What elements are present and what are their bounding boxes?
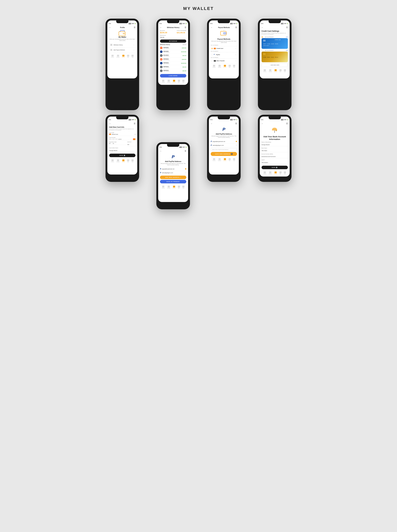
page-title: MY WALLET [3, 6, 394, 11]
swift-input[interactable]: TBC33GEO [261, 162, 268, 163]
set-primary-label-cc: SET AS PRIMARY [211, 45, 237, 46]
back-button[interactable]: ← [261, 26, 263, 29]
screen-header: ← Withdraw History ☰ [160, 26, 186, 29]
pp-icon: P [160, 50, 162, 53]
bank-account-title: Add Your Bank Account Information [261, 135, 288, 141]
add-new-card-button[interactable]: + ADD NEW CARD [261, 63, 288, 67]
new-email-input-row[interactable]: |Add a New PayPal Email Address [211, 148, 237, 151]
nav-sales[interactable]: Sales [131, 55, 134, 58]
primary-radio-blue[interactable] [261, 36, 263, 38]
save-bank-button[interactable]: SAVE 💾 [261, 166, 288, 169]
radio-wire[interactable] [211, 60, 213, 62]
history-item-2: P15/01/2020Order #888402 $3145.90 [160, 50, 186, 54]
dropdown-arrow[interactable]: ▾ [135, 133, 136, 135]
holder-input[interactable]: George Backer [109, 150, 118, 151]
arrow-pp: → [235, 54, 236, 55]
history-item-6: 🏦15/04/2018Order #888402 $94.90 [160, 65, 186, 69]
card-number-input[interactable]: **** **** **** 1024 [109, 139, 122, 140]
cvv-input[interactable]: 734 [127, 144, 129, 145]
view-all-link[interactable]: View All [182, 44, 186, 45]
wifi-icon: WiFi [132, 23, 134, 24]
nav-schedule[interactable]: Schedule [116, 55, 120, 58]
payout-method-wire[interactable]: Were Transfer → [211, 59, 237, 63]
menu-button[interactable]: ☰ [286, 26, 288, 29]
screen-header: ← ☰ [109, 122, 136, 125]
menu-button[interactable]: ☰ [134, 122, 136, 125]
iban-input[interactable]: 6000000001SDFSG45345 [261, 156, 276, 157]
bottom-nav: Products Schedule Account Notif. Sales [211, 157, 237, 162]
back-button[interactable]: ← [160, 150, 162, 152]
menu-button[interactable]: ☰ [235, 122, 237, 125]
active-dot-1[interactable] [236, 141, 237, 142]
back-button[interactable]: ← [109, 122, 111, 125]
bottom-nav: Products Schedule Account Notif. Sales [211, 64, 237, 68]
radio-pp[interactable] [211, 54, 213, 55]
load-more-button[interactable]: LOAD MORE [160, 74, 186, 78]
phone-notch [116, 20, 128, 23]
bank-name-label: Bank Name [261, 148, 288, 149]
menu-button[interactable]: ☰ [134, 26, 136, 29]
back-button[interactable]: ← [261, 122, 263, 125]
menu-button[interactable]: ☰ [185, 150, 186, 152]
bank-icon2: 🏦 [160, 66, 162, 68]
back-button[interactable]: ← [109, 26, 111, 29]
inactive-dot-2[interactable] [185, 172, 186, 173]
history-item-1: MC15/04/2020Order #888402 $345.90 [160, 46, 186, 50]
edit-link-blue[interactable]: Edit [286, 36, 288, 37]
save-new-address-button[interactable]: SAVE NEW ADDRESS ✕ [211, 152, 237, 156]
primary-radio-gold[interactable] [261, 50, 263, 51]
back-button[interactable]: ← [211, 122, 212, 125]
phone-add-paypal-2: 9:41 ▌▌▌ WiFi🔋 ← ☰ P Add PayPal Address … [201, 115, 247, 182]
bank-icon-area: $ [261, 126, 288, 135]
amount-input[interactable]: 234.30 [160, 36, 186, 39]
edit-link-gold[interactable]: Edit [286, 50, 288, 51]
save-as-primary-button[interactable]: SAVE AS PRIMARY [160, 180, 186, 183]
save-card-button[interactable]: SAVE 💾 [109, 154, 136, 157]
radio-cc[interactable] [211, 48, 213, 49]
payout-method-pp[interactable]: P PayPal → [211, 53, 237, 56]
x-icon: ✕ [231, 153, 233, 155]
nav-products[interactable]: Products [111, 55, 114, 58]
new-email-input[interactable]: |Add a New PayPal Email Address [212, 149, 236, 150]
bottom-nav: Products Schedule Account Notif. Sales [160, 79, 186, 83]
status-time: 9:41 [159, 23, 162, 24]
screen-header: ← ☰ [261, 26, 288, 29]
swift-label: SWIFT [261, 159, 288, 161]
bank-umbrella-icon: $ [270, 126, 279, 135]
bank-name-input[interactable]: TBC Bank [261, 150, 267, 151]
phone-bank-account: 9:41 ▌▌▌ WiFi🔋 ← ☰ $ [252, 115, 298, 182]
nav-notifications[interactable]: Notif. [127, 55, 129, 58]
back-button[interactable]: ← [211, 26, 212, 29]
set-primary-gold-label: SET AS PRIMARY [265, 50, 274, 51]
mc-card-icon2 [133, 138, 136, 140]
payout-method-cc[interactable]: Credit Card → [211, 47, 237, 50]
wallet-subtitle: Enter your new password and then click o… [109, 38, 136, 41]
card-number-label: Card Number [109, 137, 136, 138]
menu-button[interactable]: ☰ [235, 26, 237, 29]
withdraw-button[interactable]: WITHDRAW [160, 40, 186, 43]
holder-label: Card Holder Name [109, 147, 136, 148]
menu-button[interactable]: ☰ [286, 122, 288, 125]
menu-button[interactable]: ☰ [185, 26, 186, 29]
withdraw-history-menu-item[interactable]: Withdraw History → [109, 42, 136, 48]
beneficiary-input[interactable]: George Backer [261, 144, 270, 145]
add-new-address-button[interactable]: ADD NEW ADDRESS + [160, 175, 186, 179]
phone-withdraw-history: 9:41 ▌▌▌ WiFi🔋 ← Withdraw History ☰ BALA… [150, 19, 196, 110]
phone-notch [218, 117, 230, 119]
history-item-7: 🏦15/04/2018Order #888402 $94.90 [160, 69, 186, 73]
add-card-title: Add New Card Info [109, 126, 136, 128]
expiry-month[interactable]: 07 [109, 143, 111, 144]
nav-account[interactable]: Account [122, 55, 124, 58]
add-payout-menu-item[interactable]: $ Add Payout Methods → [109, 48, 136, 53]
phone-notch [269, 20, 281, 23]
paypal-title: Add PayPal Address [211, 133, 237, 135]
active-dot-1[interactable] [185, 168, 186, 169]
pp-logo-icon: P [214, 54, 215, 55]
expiry-year[interactable]: 21 [113, 143, 114, 144]
chip-icon [263, 40, 266, 42]
inactive-dot-2[interactable] [236, 145, 237, 146]
back-button[interactable]: ← [160, 26, 162, 29]
set-primary-blue-label: SET AS PRIMARY [265, 36, 274, 37]
card-holder: JAMES SMITH [263, 45, 286, 46]
history-item-5: P15/04/2018Order #888402 $3145.90 [160, 61, 186, 65]
